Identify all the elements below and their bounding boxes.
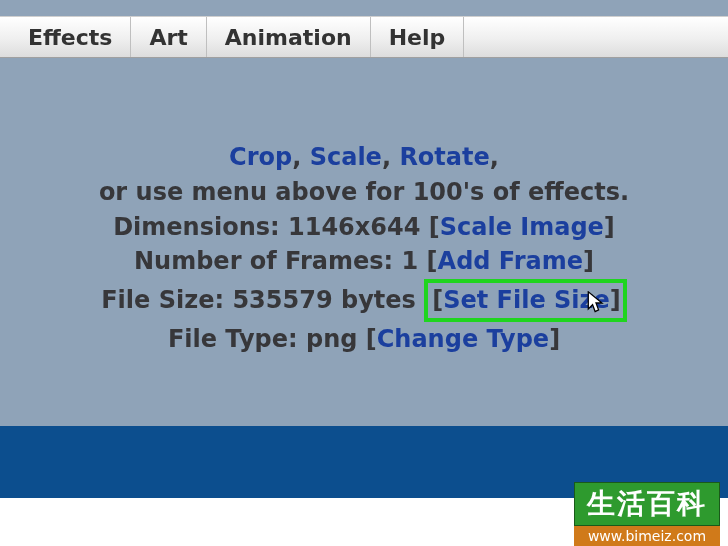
add-frame-link[interactable]: Add Frame	[438, 247, 583, 275]
tools-line: Crop, Scale, Rotate,	[0, 140, 728, 175]
hint-line: or use menu above for 100's of effects.	[0, 175, 728, 210]
menu-effects[interactable]: Effects	[0, 17, 131, 57]
frames-text: Number of Frames: 1 [	[134, 247, 438, 275]
crop-link[interactable]: Crop	[229, 143, 292, 171]
dimensions-line: Dimensions: 1146x644 [Scale Image]	[0, 210, 728, 245]
filesize-line: File Size: 535579 bytes [Set File Size]	[0, 279, 728, 322]
frames-suffix: ]	[583, 247, 594, 275]
change-type-link[interactable]: Change Type	[377, 325, 549, 353]
tools-sep: ,	[292, 143, 309, 171]
tools-sep: ,	[382, 143, 399, 171]
tools-trail: ,	[490, 143, 499, 171]
bracket-open: [	[432, 286, 443, 314]
scale-image-link[interactable]: Scale Image	[440, 213, 604, 241]
menu-art[interactable]: Art	[131, 17, 206, 57]
filetype-text: File Type: png [	[168, 325, 377, 353]
frames-line: Number of Frames: 1 [Add Frame]	[0, 244, 728, 279]
watermark-title: 生活百科	[574, 482, 720, 526]
filesize-text: File Size: 535579 bytes	[101, 286, 424, 314]
menu-animation[interactable]: Animation	[207, 17, 371, 57]
dimensions-suffix: ]	[604, 213, 615, 241]
scale-link[interactable]: Scale	[310, 143, 382, 171]
filetype-line: File Type: png [Change Type]	[0, 322, 728, 357]
dimensions-text: Dimensions: 1146x644 [	[113, 213, 440, 241]
highlight-box: [Set File Size]	[424, 279, 627, 322]
rotate-link[interactable]: Rotate	[399, 143, 489, 171]
set-file-size-link[interactable]: Set File Size	[443, 283, 610, 318]
menubar: Effects Art Animation Help	[0, 16, 728, 58]
watermark-url: www.bimeiz.com	[574, 526, 720, 546]
info-panel: Crop, Scale, Rotate, or use menu above f…	[0, 140, 728, 357]
watermark: 生活百科 www.bimeiz.com	[574, 482, 720, 546]
filetype-suffix: ]	[549, 325, 560, 353]
menu-help[interactable]: Help	[371, 17, 465, 57]
bracket-close: ]	[610, 286, 621, 314]
